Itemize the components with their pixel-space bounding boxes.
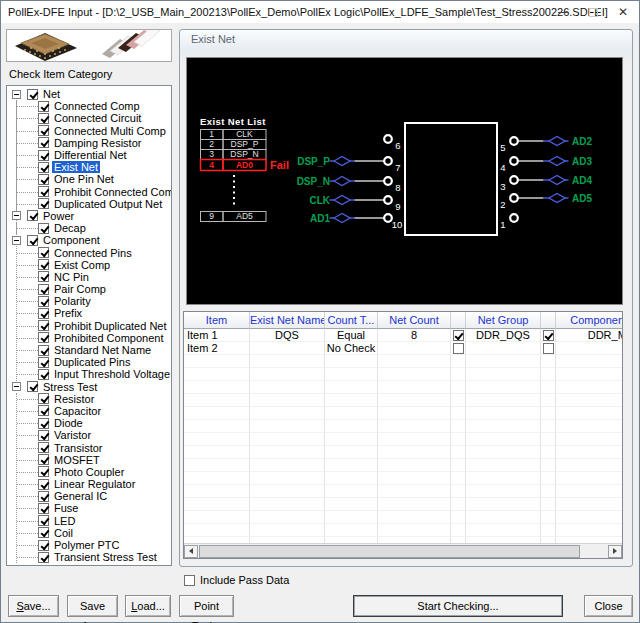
tree-item-fuse[interactable]: Fuse xyxy=(17,502,171,514)
tree-checkbox[interactable] xyxy=(38,552,49,563)
tree-item-photo-coupler[interactable]: Photo Coupler xyxy=(17,466,171,478)
tree-item-prohibit-duplicated-net[interactable]: Prohibit Duplicated Net xyxy=(17,320,171,332)
close-dialog-button[interactable]: Close xyxy=(584,595,633,617)
scroll-left-button[interactable] xyxy=(184,545,198,558)
column-header-net-group[interactable]: Net Group xyxy=(466,312,541,329)
tree-checkbox[interactable] xyxy=(38,174,49,185)
table-cell[interactable]: No Check xyxy=(325,342,378,355)
tree-item-capacitor[interactable]: Capacitor xyxy=(17,405,171,417)
table-cell[interactable]: DDR_DQS xyxy=(466,329,541,342)
tree-checkbox[interactable] xyxy=(38,162,49,173)
tree-item-power[interactable]: Power xyxy=(7,210,171,222)
column-header-count-t[interactable]: Count T... xyxy=(325,312,378,329)
tree-item-polarity[interactable]: Polarity xyxy=(17,295,171,307)
column-header-checkbox[interactable] xyxy=(541,312,556,329)
column-header-checkbox[interactable] xyxy=(451,312,466,329)
tree-item-duplicated-output-net[interactable]: Duplicated Output Net xyxy=(17,198,171,210)
tree-checkbox[interactable] xyxy=(38,247,49,258)
tree-checkbox[interactable] xyxy=(38,369,49,380)
tree-checkbox[interactable] xyxy=(38,454,49,465)
tree-checkbox[interactable] xyxy=(38,137,49,148)
table-cell[interactable] xyxy=(466,342,541,355)
tree-checkbox[interactable] xyxy=(38,479,49,490)
tree-item-decap[interactable]: Decap xyxy=(17,222,171,234)
tree-item-connected-multi-comp[interactable]: Connected Multi Comp xyxy=(17,125,171,137)
tree-checkbox[interactable] xyxy=(38,113,49,124)
collapse-icon[interactable] xyxy=(12,236,21,245)
tree-checkbox[interactable] xyxy=(38,405,49,416)
include-pass-data-checkbox[interactable] xyxy=(184,575,195,586)
tree-item-mosfet[interactable]: MOSFET xyxy=(17,454,171,466)
tree-item-connected-pins[interactable]: Connected Pins xyxy=(17,246,171,258)
table-cell[interactable]: 8 xyxy=(378,329,451,342)
tree-checkbox[interactable] xyxy=(38,198,49,209)
tree-checkbox[interactable] xyxy=(38,466,49,477)
tree-item-transient-stress-test[interactable]: Transient Stress Test xyxy=(17,551,171,563)
tree-checkbox[interactable] xyxy=(27,235,38,246)
tree-checkbox[interactable] xyxy=(38,357,49,368)
tree-item-input-threshold-voltage[interactable]: Input Threshold Voltage xyxy=(17,368,171,380)
tree-item-one-pin-net[interactable]: One Pin Net xyxy=(17,173,171,185)
table-cell-checkbox[interactable] xyxy=(543,343,554,354)
tree-checkbox[interactable] xyxy=(38,345,49,356)
tree-item-prohibited-component[interactable]: Prohibited Component xyxy=(17,332,171,344)
tree-checkbox[interactable] xyxy=(38,320,49,331)
tree-checkbox[interactable] xyxy=(38,527,49,538)
table-cell[interactable]: Item 2 xyxy=(184,342,250,355)
horizontal-scrollbar[interactable] xyxy=(184,543,622,558)
tree-checkbox[interactable] xyxy=(38,101,49,112)
save-button[interactable]: Save... xyxy=(8,595,59,617)
table-cell-checkbox[interactable] xyxy=(453,330,464,341)
tree-item-prohibit-connected-comp[interactable]: Prohibit Connected Comp xyxy=(17,186,171,198)
column-header-exist-net-name[interactable]: Exist Net Name xyxy=(250,312,325,329)
table-cell-checkbox[interactable] xyxy=(453,343,464,354)
tree-checkbox[interactable] xyxy=(38,418,49,429)
tree-item-nc-pin[interactable]: NC Pin xyxy=(17,271,171,283)
table-cell[interactable]: Item 1 xyxy=(184,329,250,342)
tree-item-component[interactable]: Component xyxy=(7,234,171,246)
collapse-icon[interactable] xyxy=(12,211,21,220)
table-cell[interactable]: DQS xyxy=(250,329,325,342)
start-checking-button[interactable]: Start Checking... xyxy=(353,595,563,617)
collapse-icon[interactable] xyxy=(12,382,21,391)
tree-checkbox[interactable] xyxy=(38,393,49,404)
tree-checkbox[interactable] xyxy=(38,308,49,319)
load-button[interactable]: Load... xyxy=(125,595,171,617)
collapse-icon[interactable] xyxy=(12,90,21,99)
tree-item-coil[interactable]: Coil xyxy=(17,527,171,539)
tree-checkbox[interactable] xyxy=(38,540,49,551)
tree-checkbox[interactable] xyxy=(38,284,49,295)
tree-item-linear-regulator[interactable]: Linear Regulator xyxy=(17,478,171,490)
tree-checkbox[interactable] xyxy=(38,259,49,270)
tree-checkbox[interactable] xyxy=(38,430,49,441)
tree-item-damping-resistor[interactable]: Damping Resistor xyxy=(17,137,171,149)
tree-checkbox[interactable] xyxy=(38,271,49,282)
tree-item-stress-test[interactable]: Stress Test xyxy=(7,381,171,393)
tree-checkbox[interactable] xyxy=(38,186,49,197)
tree-checkbox[interactable] xyxy=(38,296,49,307)
tree-item-net[interactable]: Net xyxy=(7,88,171,100)
tree-item-exist-net[interactable]: Exist Net xyxy=(17,161,171,173)
tree-item-standard-net-name[interactable]: Standard Net Name xyxy=(17,344,171,356)
tree-item-connected-circuit[interactable]: Connected Circuit xyxy=(17,112,171,124)
tree-checkbox[interactable] xyxy=(38,125,49,136)
scrollbar-track[interactable] xyxy=(198,545,608,558)
tree-item-pair-comp[interactable]: Pair Comp xyxy=(17,283,171,295)
tree-checkbox[interactable] xyxy=(38,223,49,234)
tree-checkbox[interactable] xyxy=(38,442,49,453)
tree-item-prefix[interactable]: Prefix xyxy=(17,307,171,319)
tree-checkbox[interactable] xyxy=(27,381,38,392)
tree-item-varistor[interactable]: Varistor xyxy=(17,429,171,441)
table-cell[interactable]: Equal xyxy=(325,329,378,342)
table-cell[interactable] xyxy=(250,342,325,355)
table-cell-checkbox[interactable] xyxy=(543,330,554,341)
save-as-button[interactable]: Save As... xyxy=(67,595,118,617)
close-button[interactable]: ✕ xyxy=(608,1,638,23)
point-tool-button[interactable]: Point Tool... xyxy=(179,595,234,617)
tree-item-duplicated-pins[interactable]: Duplicated Pins xyxy=(17,356,171,368)
column-header-component-group[interactable]: Component Group xyxy=(556,312,623,329)
scrollbar-thumb[interactable] xyxy=(199,545,580,558)
tree-checkbox[interactable] xyxy=(38,332,49,343)
scroll-right-button[interactable] xyxy=(608,545,622,558)
column-header-item[interactable]: Item xyxy=(184,312,250,329)
